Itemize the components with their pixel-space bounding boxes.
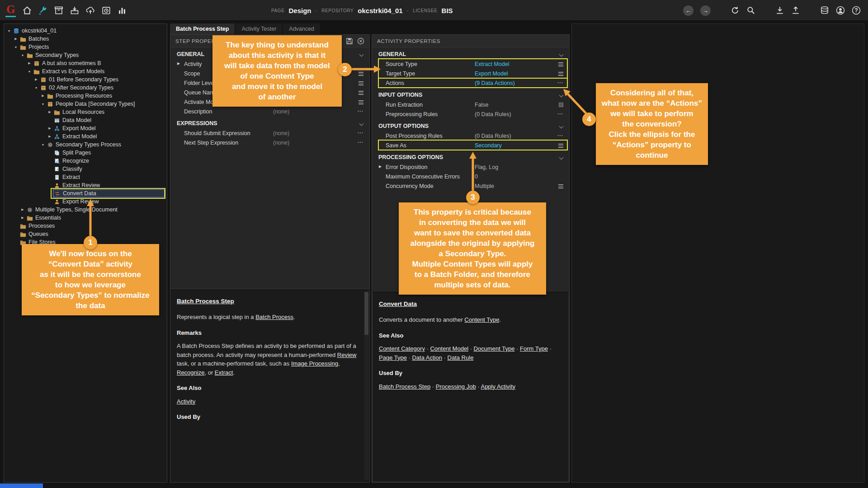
back-button[interactable]: ←	[683, 5, 693, 16]
property-value[interactable]: (none)	[273, 140, 289, 146]
scheduled-box-icon[interactable]	[102, 6, 111, 15]
property-row[interactable]: Concurrency ModeMultiple	[372, 182, 569, 191]
cloud-upload-icon[interactable]	[86, 6, 95, 15]
database-stack-icon[interactable]	[820, 6, 829, 15]
expander-icon[interactable]: ▶	[47, 127, 53, 130]
expander-icon[interactable]: ▶	[40, 94, 46, 98]
ellipsis-button[interactable]: ...	[557, 109, 563, 116]
expander-icon[interactable]: ▼	[19, 54, 26, 57]
menu-icon[interactable]	[359, 100, 363, 104]
expander-icon[interactable]: ▼	[13, 46, 19, 49]
import-box-icon[interactable]	[70, 6, 79, 15]
doc-link[interactable]: Data Action	[412, 354, 442, 361]
menu-icon[interactable]	[359, 81, 363, 85]
doc-link[interactable]: Data Rule	[448, 354, 474, 361]
tree-item[interactable]: ▶Batches	[4, 35, 167, 43]
doc-link[interactable]: Recognize	[177, 369, 204, 376]
tree-item[interactable]: ▼Extract vs Export Models	[4, 67, 167, 75]
scrollbar-thumb[interactable]	[364, 292, 368, 335]
user-icon[interactable]	[836, 6, 845, 15]
upload-icon[interactable]	[791, 6, 800, 15]
property-value[interactable]: (none)	[273, 130, 289, 136]
expander-icon[interactable]: ▶	[19, 216, 26, 220]
page-value[interactable]: Design	[288, 7, 311, 14]
property-value[interactable]: (0 Data Rules)	[475, 111, 511, 117]
doc-link[interactable]: Content Model	[430, 345, 468, 352]
property-row[interactable]: Should Submit Expression(none)...	[170, 129, 369, 138]
expander-icon[interactable]: ▼	[40, 103, 46, 106]
forward-button[interactable]: →	[700, 5, 711, 16]
doc-link[interactable]: Page Type	[379, 354, 407, 361]
tree-item[interactable]: ▼Projects	[4, 43, 167, 51]
menu-icon[interactable]	[558, 144, 563, 148]
doc-link[interactable]: Image Processing	[291, 360, 338, 367]
help-icon[interactable]: ?	[852, 6, 861, 15]
expander-icon[interactable]: ▶	[13, 37, 19, 41]
save-icon[interactable]	[346, 38, 353, 45]
section-header[interactable]: GENERAL	[372, 47, 569, 60]
expander-icon[interactable]: ▶	[26, 61, 33, 65]
tree-item[interactable]: ▶01 Before Secondary Types	[4, 75, 167, 84]
bar-chart-icon[interactable]	[118, 6, 127, 15]
property-value[interactable]: (0 Data Rules)	[475, 133, 511, 139]
tree-item[interactable]: ▶Essentials	[4, 214, 167, 222]
doc-link[interactable]: Activity	[177, 398, 195, 405]
search-icon[interactable]	[746, 6, 755, 15]
property-row[interactable]: Preprocessing Rules(0 Data Rules)...	[372, 110, 569, 119]
tree-item[interactable]: Queues	[4, 230, 167, 238]
tree-item[interactable]: ▼okcstrki04_01	[4, 27, 167, 35]
section-header[interactable]: INPUT OPTIONS	[372, 88, 569, 100]
doc-link[interactable]: Document Type	[474, 345, 515, 352]
expander-icon[interactable]: ▼	[26, 70, 33, 73]
expander-icon[interactable]: ▼	[6, 29, 12, 33]
property-row[interactable]: Description(none)...	[170, 107, 369, 117]
expander-icon[interactable]: ▼	[40, 143, 46, 146]
tools-icon[interactable]	[38, 6, 47, 15]
doc-link[interactable]: Content Type	[464, 316, 499, 323]
menu-icon[interactable]	[359, 72, 363, 76]
property-row[interactable]: Run ExtractionFalse	[372, 100, 569, 110]
property-row[interactable]: Post Processing Rules(0 Data Rules)...	[372, 131, 569, 141]
tree-item[interactable]: ▼Secondary Types Process	[4, 141, 167, 149]
property-row[interactable]: Target TypeExport Model	[372, 69, 569, 79]
download-icon[interactable]	[775, 6, 784, 15]
repository-value[interactable]: okcstrki04_01	[358, 7, 402, 14]
archive-box-icon[interactable]	[54, 6, 63, 15]
doc-link[interactable]: Content Category	[379, 345, 425, 352]
expander-icon[interactable]: ▶	[19, 208, 26, 211]
property-row[interactable]: Maximum Consecutive Errors0	[372, 172, 569, 182]
menu-icon[interactable]	[558, 72, 563, 76]
tree-item[interactable]: ▶Extract Model	[4, 132, 167, 141]
property-row[interactable]: Source TypeExtract Model	[372, 60, 569, 69]
tab-advanced[interactable]: Advanced	[283, 23, 320, 34]
expander-icon[interactable]: ▶	[177, 61, 180, 66]
checkbox-icon[interactable]	[559, 103, 563, 107]
doc-link[interactable]: Apply Activity	[481, 383, 515, 390]
tree-item[interactable]: ▼People Data [Secondary Types]	[4, 100, 167, 108]
property-value[interactable]: Flag, Log	[475, 164, 498, 170]
property-value[interactable]: Extract Model	[475, 61, 509, 67]
tab-activity-tester[interactable]: Activity Tester	[236, 23, 282, 34]
tab-batch-process-step[interactable]: Batch Process Step	[170, 23, 235, 34]
expander-icon[interactable]: ▼	[33, 86, 39, 89]
doc-link[interactable]: Batch Process Step	[379, 383, 430, 390]
property-value[interactable]: False	[475, 102, 489, 108]
home-icon[interactable]	[23, 6, 32, 15]
tree-item[interactable]: ▼Secondary Types	[4, 51, 167, 59]
scrollbar[interactable]	[364, 292, 368, 480]
tree-item[interactable]: Processes	[4, 222, 167, 230]
section-header[interactable]: OUTPUT OPTIONS	[372, 119, 569, 131]
doc-link[interactable]: Processing Job	[436, 383, 476, 390]
property-value[interactable]: Export Model	[475, 70, 508, 77]
refresh-icon[interactable]	[731, 6, 740, 15]
property-value[interactable]: Secondary	[475, 142, 502, 149]
property-value[interactable]: (none)	[273, 108, 289, 115]
property-row[interactable]: Next Step Expression(none)...	[170, 138, 369, 148]
doc-link[interactable]: Form Type	[520, 345, 548, 352]
tree-item[interactable]: Extract Review	[4, 181, 167, 189]
ellipsis-button[interactable]: ...	[358, 128, 363, 135]
section-header[interactable]: EXPRESSIONS	[170, 117, 369, 129]
tree-item[interactable]: ▶A but also sometimes B	[4, 59, 167, 67]
expander-icon[interactable]: ▶	[379, 164, 382, 169]
ellipsis-button[interactable]: ...	[358, 107, 363, 113]
